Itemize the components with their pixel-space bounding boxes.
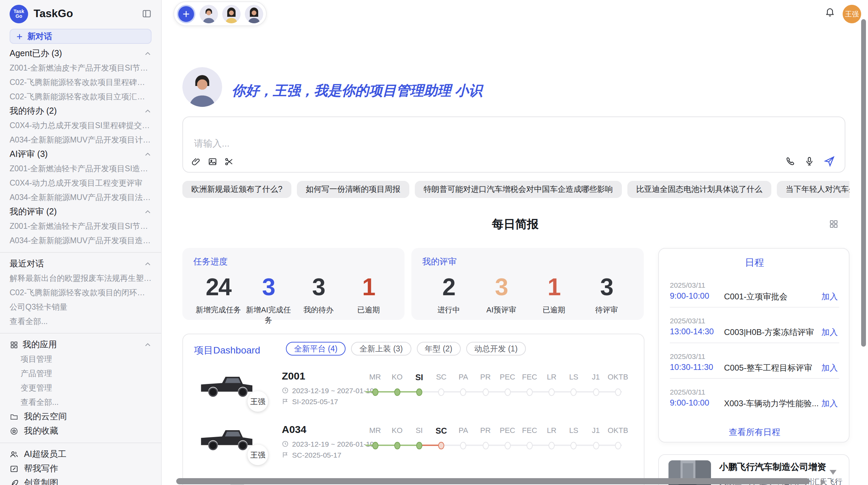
daily-briefing-title: 每日简报 bbox=[182, 216, 848, 232]
input-left-icons bbox=[191, 157, 234, 166]
scroll-down-arrow[interactable] bbox=[830, 470, 836, 475]
project-image bbox=[198, 424, 256, 456]
milestone-label-J1: J1 bbox=[592, 373, 600, 381]
dashboard-tab[interactable]: 动总开发 (1) bbox=[466, 342, 526, 356]
write-icon bbox=[10, 464, 19, 473]
milestone-label-SI: SI bbox=[415, 426, 423, 434]
section-title: 最近对话 bbox=[10, 258, 44, 270]
sidebar-tool-帮我写作[interactable]: 帮我写作 bbox=[10, 462, 152, 476]
send-icon[interactable] bbox=[823, 156, 835, 167]
sidebar-item[interactable]: 变更管理 bbox=[10, 381, 152, 395]
schedule-time: 9:00-10:00 bbox=[670, 398, 709, 408]
dashboard-tab[interactable]: 全新平台 (4) bbox=[286, 342, 346, 356]
view-all-schedule-link[interactable]: 查看所有日程 bbox=[659, 427, 850, 438]
sidebar-item[interactable]: 产品管理 bbox=[10, 366, 152, 381]
microphone-icon[interactable] bbox=[804, 156, 815, 166]
user-avatar[interactable]: 王强 bbox=[843, 5, 861, 23]
dates-text: 2023-12-19 ~ 2027-01-19 bbox=[292, 386, 374, 395]
screenshot-scissors-icon[interactable] bbox=[224, 157, 234, 166]
sidebar-section-header[interactable]: 最近对话 bbox=[10, 257, 152, 271]
milestone-label-OKTB: OKTB bbox=[607, 373, 628, 381]
collapse-sidebar-icon[interactable] bbox=[142, 9, 152, 18]
sidebar-item[interactable]: C0X4-动力总成开发项目工程变更评审 bbox=[10, 176, 152, 190]
agent-avatar-2[interactable] bbox=[222, 4, 241, 23]
milestone-label-PR: PR bbox=[480, 373, 491, 381]
horizontal-scrollbar[interactable] bbox=[176, 478, 810, 484]
sidebar-tool-AI超级员工[interactable]: AI超级员工 bbox=[10, 447, 152, 462]
suggestion-chip[interactable]: 特朗普可能对进口汽车增税会对中国车企造成哪些影响 bbox=[415, 181, 622, 198]
join-meeting-link[interactable]: 加入 bbox=[821, 362, 838, 374]
sidebar-item[interactable]: Z001-全新燃油轻卡产品开发项目SI造型提交物评审 bbox=[10, 162, 152, 176]
sidebar-item[interactable]: C02-飞腾新能源轻客改款项目的闭环通告反馈情况 bbox=[10, 286, 152, 300]
stat-value: 3 bbox=[475, 273, 528, 301]
chat-input[interactable] bbox=[193, 138, 607, 149]
schedule-time: 13:00-14:30 bbox=[670, 327, 714, 336]
logo-line2: Go bbox=[15, 14, 22, 19]
scroll-right-arrow[interactable] bbox=[821, 479, 825, 485]
sidebar-item[interactable]: 查看全部... bbox=[10, 314, 152, 329]
suggestion-chip[interactable]: 欧洲新规最近颁布了什么? bbox=[182, 181, 291, 198]
attachment-icon[interactable] bbox=[191, 157, 201, 166]
agent-avatar-1[interactable] bbox=[200, 4, 218, 23]
suggestion-chip[interactable]: 如何写一份清晰的项目周报 bbox=[297, 181, 409, 198]
notification-bell-icon[interactable] bbox=[825, 6, 835, 17]
link-label: 我的云空间 bbox=[24, 411, 67, 423]
add-agent-button[interactable] bbox=[177, 4, 195, 23]
project-flag: SI-2025-05-17 bbox=[282, 397, 338, 406]
chevron-up-icon bbox=[144, 108, 152, 115]
suggestion-chip[interactable]: 当下年轻人对汽车外观有怎样的喜好趋势 bbox=[777, 181, 849, 198]
project-name: A034 bbox=[282, 423, 306, 435]
sidebar-item[interactable]: A034-全新新能源MUV产品开发项目造型可行性评审 bbox=[10, 234, 152, 248]
people-icon bbox=[10, 450, 19, 459]
milestone-dot-SI bbox=[416, 442, 422, 449]
dashboard-tab[interactable]: 年型 (2) bbox=[417, 342, 461, 356]
sidebar-item[interactable]: C02-飞腾新能源轻客改款项目里程碑画布 bbox=[10, 75, 152, 90]
milestone-dot-PEC bbox=[504, 442, 510, 449]
sidebar-item[interactable]: A034-全新新能源MUV产品开发项目法规符合性评审 bbox=[10, 190, 152, 205]
suggestion-chip[interactable]: 比亚迪全固态电池计划具体说了什么 bbox=[627, 181, 771, 198]
vertical-scrollbar[interactable] bbox=[861, 19, 866, 347]
sidebar-item[interactable]: 解释最新出台的欧盟报废车法规再生塑料比例被调至15%... bbox=[10, 271, 152, 286]
project-dashboard-card: 项目Dashboard 全新平台 (4)全新上装 (3)年型 (2)动总开发 (… bbox=[182, 334, 644, 485]
folder-icon bbox=[10, 412, 19, 421]
sidebar-item[interactable]: Z001-全新燃油轻卡产品开发项目SI节点属性5D文件评审 bbox=[10, 219, 152, 234]
sidebar-item[interactable]: C0X4-动力总成开发项目SI里程碑提交物检查 bbox=[10, 119, 152, 133]
voice-call-icon[interactable] bbox=[785, 156, 795, 166]
feather-icon bbox=[10, 479, 19, 485]
schedule-event-title: X003-车辆动力学性能验... bbox=[724, 398, 819, 410]
milestone-dot-SC bbox=[438, 442, 444, 449]
sidebar-divider bbox=[0, 443, 161, 443]
sidebar-item-我的云空间[interactable]: 我的云空间 bbox=[10, 410, 152, 424]
sidebar-item[interactable]: 查看全部... bbox=[10, 395, 152, 410]
sidebar-item[interactable]: C02-飞腾新能源轻客改款项目立项汇报方案 bbox=[10, 90, 152, 104]
assistant-avatar bbox=[182, 67, 222, 107]
section-title: 我的待办 (2) bbox=[10, 105, 57, 117]
sidebar-tool-创意制图[interactable]: 创意制图 bbox=[10, 476, 152, 485]
sidebar-item[interactable]: A034-全新新能源MUV产品开发项目计划变更表编写 bbox=[10, 133, 152, 147]
chevron-up-icon bbox=[144, 341, 152, 349]
milestone-label-PEC: PEC bbox=[500, 426, 515, 434]
sidebar-item[interactable]: Z001-全新燃油皮卡产品开发项目SI节点Lesson Learn报告 bbox=[10, 61, 152, 75]
briefing-layout-icon[interactable] bbox=[829, 219, 839, 229]
sidebar-section-header[interactable]: 我的评审 (2) bbox=[10, 205, 152, 219]
dashboard-tab[interactable]: 全新上装 (3) bbox=[351, 342, 411, 356]
stat: 3新增AI完成任务 bbox=[243, 273, 293, 325]
image-upload-icon[interactable] bbox=[208, 157, 217, 166]
sidebar-section-header[interactable]: 我的应用 bbox=[10, 338, 152, 352]
milestone-dot-MR bbox=[372, 388, 378, 396]
milestone-label-SI: SI bbox=[415, 373, 423, 382]
milestone-label-OKTB: OKTB bbox=[607, 426, 628, 434]
join-meeting-link[interactable]: 加入 bbox=[821, 291, 838, 303]
sidebar-section-header[interactable]: Agent已办 (3) bbox=[10, 47, 152, 61]
sidebar-section-header[interactable]: AI评审 (3) bbox=[10, 147, 152, 162]
join-meeting-link[interactable]: 加入 bbox=[821, 327, 838, 338]
sidebar-section-header[interactable]: 我的待办 (2) bbox=[10, 104, 152, 119]
join-meeting-link[interactable]: 加入 bbox=[821, 398, 838, 410]
stat-value: 3 bbox=[243, 273, 293, 301]
new-chat-button[interactable]: 新对话 bbox=[10, 29, 152, 44]
sidebar-item-我的收藏[interactable]: 我的收藏 bbox=[10, 424, 152, 438]
sidebar-item[interactable]: 公司Q3轻卡销量 bbox=[10, 300, 152, 314]
sidebar-item[interactable]: 项目管理 bbox=[10, 352, 152, 366]
milestone-dot-J1 bbox=[593, 388, 599, 396]
agent-avatar-3[interactable] bbox=[245, 4, 263, 23]
